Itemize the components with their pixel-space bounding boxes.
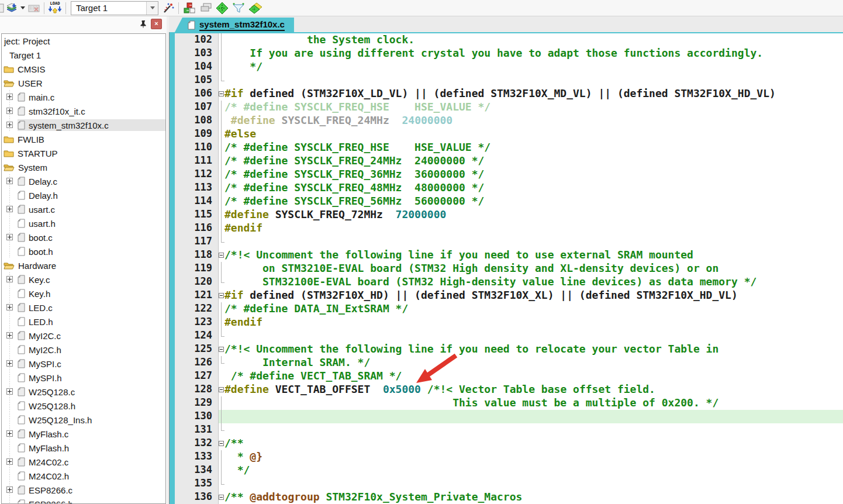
tree-item-w25q128-ins-h[interactable]: W25Q128_Ins.h [2, 413, 165, 427]
filter-funnel-icon[interactable] [230, 1, 247, 15]
code-line-129[interactable]: 129 This value must be a multiple of 0x2… [175, 396, 843, 410]
tree-item-delay-c[interactable]: Delay.c [2, 174, 165, 188]
code-line-110[interactable]: 110/* #define SYSCLK_FREQ_HSE HSE_VALUE … [175, 141, 843, 154]
fold-collapse-icon[interactable] [219, 491, 224, 504]
code-line-124[interactable]: 124 [175, 329, 843, 343]
code-line-119[interactable]: 119 on STM3210E-EVAL board (STM32 High d… [175, 262, 843, 275]
code-line-109[interactable]: 109#else [175, 127, 843, 141]
tree-item-esp8266-h[interactable]: ESP8266.h [2, 497, 165, 504]
expand-plus-icon[interactable] [6, 486, 13, 493]
expand-plus-icon[interactable] [6, 234, 13, 240]
tree-item-user[interactable]: USER [2, 76, 165, 90]
cascade-windows-icon[interactable] [198, 1, 214, 15]
code-line-128[interactable]: 128#define VECT_TAB_OFFSET 0x5000 /*!< V… [175, 383, 843, 396]
fold-collapse-icon[interactable] [219, 383, 224, 396]
tree-item-usart-h[interactable]: usart.h [2, 216, 165, 230]
tree-item-boot-c[interactable]: boot.c [2, 230, 165, 244]
download-load-icon[interactable]: LOAD [47, 1, 63, 15]
tree-item-led-c[interactable]: LED.c [2, 301, 165, 315]
tree-item-w25q128-c[interactable]: W25Q128.c [2, 385, 165, 399]
code-line-106[interactable]: 106#if defined (STM32F10X_LD_VL) || (def… [175, 87, 843, 101]
expand-plus-icon[interactable] [6, 276, 13, 282]
code-line-120[interactable]: 120 STM32100E-EVAL board (STM32 High-den… [175, 275, 843, 289]
insert-diamond-icon[interactable] [214, 1, 230, 15]
tree-item-boot-h[interactable]: boot.h [2, 244, 165, 258]
tree-item-stm32f10x-it-c[interactable]: stm32f10x_it.c [2, 104, 165, 118]
pin-icon[interactable] [139, 19, 148, 29]
code-line-111[interactable]: 111/* #define SYSCLK_FREQ_24MHz 24000000… [175, 154, 843, 168]
fold-collapse-icon[interactable] [219, 343, 224, 356]
expand-plus-icon[interactable] [6, 430, 13, 437]
fold-collapse-icon[interactable] [219, 248, 224, 262]
code-line-121[interactable]: 121#if defined (STM32F10X_HD) || (define… [175, 289, 843, 302]
tree-item-myflash-h[interactable]: MyFlash.h [2, 441, 165, 455]
code-line-102[interactable]: 102 the System clock. [175, 33, 843, 47]
code-line-130[interactable]: 130 [175, 410, 843, 423]
manage-items-icon[interactable] [181, 1, 198, 15]
tree-item-myi2c-h[interactable]: MyI2C.h [2, 343, 165, 357]
tree-item-fwlib[interactable]: FWLIB [2, 132, 165, 146]
fold-collapse-icon[interactable] [219, 87, 224, 101]
code-line-115[interactable]: 115#define SYSCLK_FREQ_72MHz 72000000 [175, 208, 843, 222]
code-line-125[interactable]: 125/*!< Uncomment the following line if … [175, 343, 843, 356]
code-line-107[interactable]: 107/* #define SYSCLK_FREQ_HSE HSE_VALUE … [175, 101, 843, 114]
code-editor[interactable]: 102 the System clock.103 If you are usin… [175, 33, 843, 504]
code-line-103[interactable]: 103 If you are using different crystal y… [175, 47, 843, 60]
build-dropdown-caret[interactable] [19, 1, 26, 15]
tree-item-target-1[interactable]: Target 1 [2, 48, 165, 62]
expand-plus-icon[interactable] [6, 332, 13, 339]
code-line-108[interactable]: 108 #define SYSCLK_FREQ_24MHz 24000000 [175, 114, 843, 127]
expand-plus-icon[interactable] [6, 388, 13, 395]
code-line-104[interactable]: 104 */ [175, 60, 843, 74]
tree-item-cmsis[interactable]: CMSIS [2, 62, 165, 76]
code-line-136[interactable]: 136/** @addtogroup STM32F10x_System_Priv… [175, 491, 843, 504]
expand-plus-icon[interactable] [6, 122, 13, 128]
code-line-131[interactable]: 131 [175, 423, 843, 437]
tree-item-m24c02-h[interactable]: M24C02.h [2, 469, 165, 483]
tree-item-m24c02-c[interactable]: M24C02.c [2, 455, 165, 469]
tree-item-w25q128-h[interactable]: W25Q128.h [2, 399, 165, 413]
code-line-118[interactable]: 118/*!< Uncomment the following line if … [175, 248, 843, 262]
code-line-122[interactable]: 122/* #define DATA_IN_ExtSRAM */ [175, 302, 843, 316]
code-line-105[interactable]: 105 [175, 74, 843, 87]
code-line-135[interactable]: 135 [175, 477, 843, 491]
tree-item-system[interactable]: System [2, 160, 165, 174]
combo-dropdown-arrow[interactable] [146, 2, 158, 15]
tree-item-hardware[interactable]: Hardware [2, 258, 165, 272]
tree-item-delay-h[interactable]: Delay.h [2, 188, 165, 202]
tree-item-key-h[interactable]: Key.h [2, 286, 165, 301]
expand-plus-icon[interactable] [6, 206, 13, 212]
code-line-117[interactable]: 117 [175, 235, 843, 248]
tab-system-stm32f10x[interactable]: system_stm32f10x.c [175, 18, 294, 32]
tree-item-myflash-c[interactable]: MyFlash.c [2, 427, 165, 441]
tree-item-key-c[interactable]: Key.c [2, 272, 165, 286]
tree-item-startup[interactable]: STARTUP [2, 146, 165, 160]
code-line-123[interactable]: 123#endif [175, 316, 843, 329]
pack-installer-icon[interactable] [247, 1, 264, 15]
expand-plus-icon[interactable] [6, 360, 13, 367]
tree-item-system-stm32f10x-c[interactable]: system_stm32f10x.c [2, 118, 165, 132]
code-line-113[interactable]: 113/* #define SYSCLK_FREQ_48MHz 48000000… [175, 181, 843, 195]
expand-plus-icon[interactable] [6, 458, 13, 465]
code-line-116[interactable]: 116#endif [175, 222, 843, 235]
code-line-112[interactable]: 112/* #define SYSCLK_FREQ_36MHz 36000000… [175, 168, 843, 181]
code-line-114[interactable]: 114/* #define SYSCLK_FREQ_56MHz 56000000… [175, 195, 843, 208]
tree-item-esp8266-c[interactable]: ESP8266.c [2, 483, 165, 497]
code-line-126[interactable]: 126 Internal SRAM. */ [175, 356, 843, 370]
close-panel-button[interactable]: × [151, 19, 162, 29]
fold-collapse-icon[interactable] [219, 437, 224, 450]
expand-plus-icon[interactable] [6, 108, 13, 114]
tree-item-usart-c[interactable]: usart.c [2, 202, 165, 216]
code-line-134[interactable]: 134 */ [175, 464, 843, 477]
tree-item-myspi-h[interactable]: MySPI.h [2, 371, 165, 385]
fold-collapse-icon[interactable] [219, 289, 224, 302]
tree-item-myi2c-c[interactable]: MyI2C.c [2, 329, 165, 343]
editor-teal-border[interactable] [170, 32, 175, 504]
expand-plus-icon[interactable] [6, 178, 13, 184]
tree-item-myspi-c[interactable]: MySPI.c [2, 357, 165, 371]
tree-item-led-h[interactable]: LED.h [2, 315, 165, 329]
options-wand-icon[interactable] [161, 1, 176, 15]
code-line-133[interactable]: 133 * @} [175, 450, 843, 464]
code-line-132[interactable]: 132/** [175, 437, 843, 450]
code-line-127[interactable]: 127 /* #define VECT_TAB_SRAM */ [175, 370, 843, 383]
